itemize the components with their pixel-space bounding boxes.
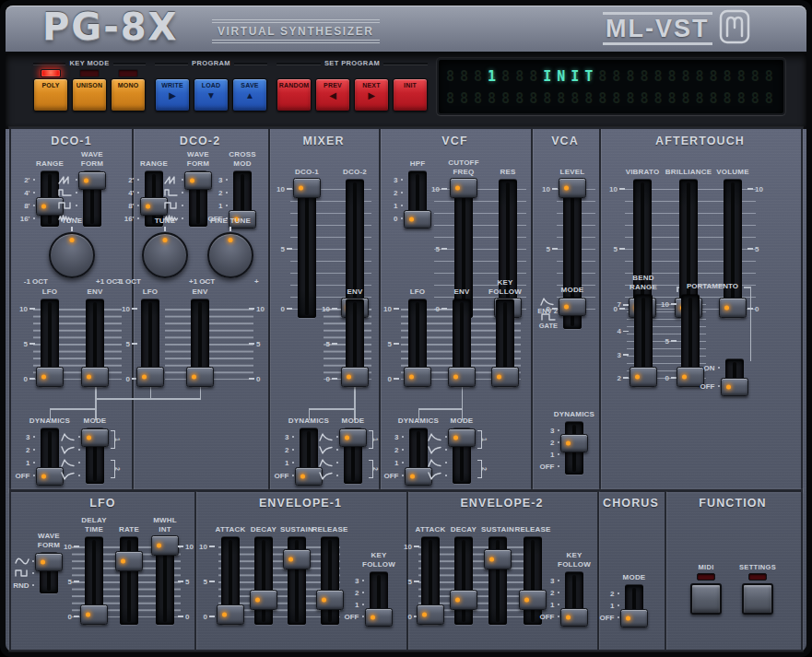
dco1-env-slider[interactable]: ENV (84, 299, 106, 387)
lfo-waveform-switch[interactable]: WAVE FORMRND (38, 553, 60, 593)
lfo-rate-slider[interactable]: RATE (118, 537, 140, 625)
slider-handle[interactable] (184, 171, 212, 190)
slider-handle[interactable] (136, 367, 164, 387)
slider-handle[interactable] (560, 434, 588, 452)
save-button[interactable]: SAVE▲ (232, 78, 267, 111)
prev-button[interactable]: PREV◀ (315, 78, 350, 111)
next-button[interactable]: NEXT▶ (354, 78, 389, 111)
slider-handle[interactable] (404, 367, 431, 387)
slider-handle[interactable] (81, 367, 109, 387)
dco1-lfo-slider[interactable]: LFO (39, 299, 61, 387)
slider-handle[interactable] (316, 590, 344, 610)
vcf-hpf-switch[interactable]: HPF3210 (406, 171, 429, 227)
mixer-env-mode-switch[interactable]: MODE12 (342, 428, 364, 484)
slider-handle[interactable] (719, 298, 747, 318)
slider-handle[interactable] (115, 551, 143, 571)
poly-button[interactable]: POLY (33, 78, 68, 111)
env2-decay-slider[interactable]: DECAY (453, 537, 475, 625)
slider-handle[interactable] (559, 178, 586, 198)
dco-env-mode-switch[interactable]: MODE12 (84, 428, 106, 484)
env1-sustain-slider[interactable]: SUSTAIN (286, 537, 308, 625)
dco-dynamics-switch[interactable]: DYNAMICS321OFF (39, 428, 61, 484)
env2-sustain-slider[interactable]: SUSTAIN (487, 537, 509, 625)
knob[interactable] (49, 232, 95, 278)
slider-handle[interactable] (80, 604, 108, 625)
init-button[interactable]: INIT (393, 78, 428, 111)
write-button[interactable]: WRITE▶ (155, 78, 190, 111)
vca-mode-switch[interactable]: MODEENV 2GATE (561, 298, 583, 329)
knob[interactable] (142, 232, 188, 278)
vcf-env-slider[interactable]: ENV (451, 299, 473, 387)
slider-handle[interactable] (721, 378, 748, 396)
slider-handle[interactable] (35, 553, 63, 571)
mixer-dco2-slider[interactable]: DCO-2 (344, 180, 366, 318)
dco2-lfo-slider[interactable]: LFO (139, 299, 161, 387)
slider-handle[interactable] (491, 367, 519, 387)
knob[interactable] (207, 232, 253, 278)
slider-handle[interactable] (365, 608, 393, 627)
dco1-waveform-switch[interactable]: WAVE FORM (81, 171, 103, 227)
slider-handle[interactable] (448, 428, 476, 447)
slider-handle[interactable] (560, 608, 588, 627)
slider-handle[interactable] (559, 298, 586, 316)
slider-handle[interactable] (448, 367, 476, 387)
slider-handle[interactable] (404, 210, 431, 229)
env2-keyfollow-switch[interactable]: KEY FOLLOW321OFF (563, 572, 585, 625)
slider-handle[interactable] (283, 549, 311, 569)
midi-button-group[interactable]: MIDI (686, 563, 726, 616)
slider-handle[interactable] (186, 367, 214, 387)
slider-handle[interactable] (630, 367, 657, 387)
vcf-resonance-slider[interactable]: RES (497, 180, 519, 318)
mono-button[interactable]: MONO (111, 78, 146, 111)
env2-attack-slider[interactable]: ATTACK (419, 537, 441, 625)
slider-handle[interactable] (78, 171, 106, 190)
dco2-tune-knob[interactable]: TUNE-1 OCT+1 OCT (139, 229, 191, 280)
dco2-env-slider[interactable]: ENV (189, 299, 211, 387)
settings-button-group[interactable]: SETTINGS (737, 563, 778, 616)
vcf-env-mode-switch[interactable]: MODE12 (451, 428, 473, 484)
slider-handle[interactable] (417, 604, 444, 625)
lfo-modwheel-slider[interactable]: MWHL INT (154, 537, 176, 625)
slider-handle[interactable] (450, 590, 477, 610)
slider-handle[interactable] (217, 604, 244, 625)
lfo-delay-slider[interactable]: DELAY TIME (83, 537, 105, 625)
aftertouch-volume-slider[interactable]: VOLUME (722, 180, 744, 318)
chorus-mode-switch[interactable]: MODE21OFF (623, 585, 645, 626)
mixer-dynamics-switch[interactable]: DYNAMICS321OFF (298, 428, 320, 484)
mixer-env-slider[interactable]: ENV (344, 299, 366, 387)
slider-handle[interactable] (36, 367, 64, 387)
push-button[interactable] (690, 583, 722, 615)
mixer-dco1-slider[interactable]: DCO-1 (296, 180, 318, 318)
slider-handle[interactable] (293, 178, 321, 198)
env1-release-slider[interactable]: RELEASE (319, 537, 341, 625)
dco2-finetune-knob[interactable]: FINE TUNE-+ (205, 229, 256, 280)
slider-handle[interactable] (339, 428, 367, 447)
slider-handle[interactable] (36, 467, 64, 486)
slider-handle[interactable] (81, 428, 109, 447)
bend-range-slider[interactable]: BEND RANGE (632, 295, 654, 387)
env1-attack-slider[interactable]: ATTACK (219, 537, 241, 625)
slider-handle[interactable] (250, 590, 277, 610)
vcf-lfo-slider[interactable]: LFO (406, 299, 429, 387)
env1-decay-slider[interactable]: DECAY (253, 537, 275, 625)
slider-handle[interactable] (484, 549, 512, 569)
unison-button[interactable]: UNISON (72, 78, 107, 111)
random-button[interactable]: RANDOM (277, 78, 312, 111)
portamento-onoff-switch[interactable]: ONOFF (724, 359, 746, 394)
slider-handle[interactable] (341, 367, 369, 387)
dco2-waveform-switch[interactable]: WAVE FORM (187, 171, 209, 227)
load-button[interactable]: LOAD▼ (194, 78, 229, 111)
vcf-dynamics-switch[interactable]: DYNAMICS321OFF (407, 428, 430, 484)
push-button[interactable] (742, 583, 773, 615)
vcf-keyfollow-slider[interactable]: KEY FOLLOW (494, 299, 516, 387)
slider-handle[interactable] (620, 609, 648, 628)
vca-dynamics-switch[interactable]: DYNAMICS321OFF (563, 422, 585, 475)
portamento-time-slider[interactable] (679, 295, 701, 387)
dco1-tune-knob[interactable]: TUNE-1 OCT+1 OCT (46, 229, 98, 280)
slider-handle[interactable] (450, 178, 477, 198)
slider-handle[interactable] (519, 590, 547, 610)
env1-keyfollow-switch[interactable]: KEY FOLLOW321OFF (368, 572, 390, 625)
aftertouch-scale-right: 1050 (747, 184, 766, 313)
vcf-cutoff-slider[interactable]: CUTOFF FREQ (453, 180, 475, 318)
slider-handle[interactable] (151, 535, 179, 556)
